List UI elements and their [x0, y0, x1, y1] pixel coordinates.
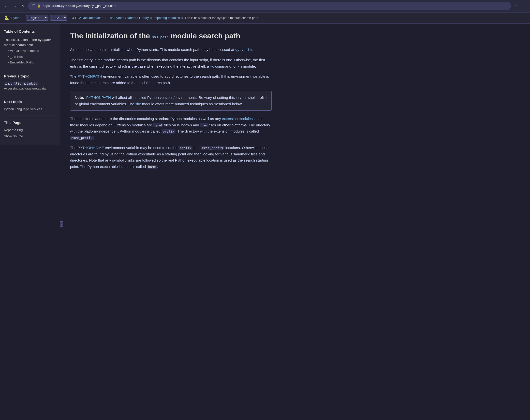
para5-pre: The — [70, 146, 77, 150]
breadcrumb-sep3: » — [105, 15, 106, 21]
browser-actions: ☆ ⋮ — [514, 2, 527, 10]
breadcrumb-stdlib[interactable]: The Python Standard Library — [108, 15, 149, 21]
main-content: The initialization of the sys.path modul… — [60, 24, 281, 419]
para5-mid2: and — [192, 146, 201, 150]
para1-text: A module search path is initialized when… — [70, 47, 235, 52]
browser-chrome: ← → ↻ 🛡 🔒 https://docs.python.org/3/libr… — [0, 0, 530, 13]
address-bar[interactable]: 🛡 🔒 https://docs.python.org/3/library/sy… — [28, 2, 511, 10]
toc-main-text2: module search path — [4, 43, 33, 47]
breadcrumb-python[interactable]: Python — [11, 15, 21, 21]
para4-mid2: files on Windows and — [163, 123, 200, 127]
breadcrumb-sep1: » — [23, 15, 24, 21]
url-path: /3/library/sys_path_init.html — [77, 4, 116, 8]
forward-button[interactable]: → — [11, 3, 18, 9]
para2-end: module. — [242, 64, 256, 68]
home-code: home — [147, 165, 157, 169]
pythonpath-link-2[interactable]: PYTHONPATH — [86, 95, 111, 100]
language-selector[interactable]: English French Japanese — [26, 15, 48, 21]
dash-m-link[interactable]: -m — [238, 64, 242, 68]
para5-end: . — [157, 165, 158, 169]
para2-mid: command, or — [214, 64, 238, 68]
site-link[interactable]: site — [135, 102, 141, 106]
url-protocol: https:// — [43, 4, 52, 8]
exec-prefix-code-2: exec_prefix — [201, 146, 224, 150]
nav-buttons: ← → ↻ — [3, 3, 26, 9]
title-pre: The initialization of the — [70, 32, 152, 40]
extension-modules-link[interactable]: extension modules — [222, 117, 253, 121]
para4-mid4: . The directory with the extension modul… — [176, 129, 259, 133]
pyd-code: .pyd — [153, 123, 163, 127]
lock-icon: 🔒 — [37, 4, 41, 8]
bookmark-button[interactable]: ☆ — [514, 2, 519, 10]
show-source-link[interactable]: Show Source — [4, 134, 56, 139]
sidebar-divider-3 — [4, 116, 56, 116]
paragraph-5: The PYTHONHOME environment variable may … — [70, 145, 272, 170]
shield-icon: 🛡 — [32, 3, 35, 9]
note-label: Note: — [75, 95, 84, 100]
breadcrumb-current: The initialization of the sys.path modul… — [185, 15, 258, 21]
toc-main-text1: The initialization of the — [4, 38, 38, 42]
para4-pre: The next items added are the directories… — [70, 117, 222, 121]
toc-sub-pth[interactable]: _pth files — [8, 54, 56, 60]
prefix-code: prefix — [162, 129, 176, 134]
sys-path-ref[interactable]: sys.path — [235, 48, 252, 52]
dash-c-link[interactable]: -c — [210, 64, 214, 68]
report-bug-link[interactable]: Report a Bug — [4, 128, 56, 133]
note-box: Note: PYTHONPATH will affect all install… — [70, 91, 272, 111]
pythonhome-link[interactable]: PYTHONHOME — [77, 146, 104, 150]
title-post: module search path — [169, 32, 240, 40]
toc-main-link[interactable]: The initialization of the sys.path modul… — [4, 37, 56, 47]
breadcrumb-bar: 🐍 Python » English French Japanese 3.12.… — [0, 13, 530, 24]
para3-pre: The — [70, 74, 77, 78]
back-button[interactable]: ← — [3, 3, 10, 9]
sidebar: Table of Contents The initialization of … — [0, 24, 60, 145]
para5-mid: environment variable may be used to set … — [104, 146, 179, 150]
sidebar-divider-1 — [4, 69, 56, 69]
breadcrumb-doc[interactable]: 3.12.2 Documentation — [72, 15, 103, 21]
sidebar-collapse-button[interactable]: « — [60, 221, 63, 227]
toc-title: Table of Contents — [4, 29, 56, 34]
toc-sub-list: Virtual environments _pth files Embedded… — [4, 48, 56, 65]
toc-sub-virtual[interactable]: Virtual environments — [8, 48, 56, 54]
toc-main-bold: sys.path — [38, 38, 51, 42]
prev-topic-link[interactable]: importlib.metadata – Accessing package m… — [4, 81, 56, 91]
sidebar-wrapper: Table of Contents The initialization of … — [0, 24, 60, 419]
prefix-code-2: prefix — [178, 146, 192, 150]
breadcrumb-sep4: » — [150, 15, 152, 21]
breadcrumb-sep5: » — [181, 15, 183, 21]
url-display: https://docs.python.org/3/library/sys_pa… — [43, 3, 116, 9]
breadcrumb-sep2: » — [69, 15, 71, 21]
breadcrumb-importing[interactable]: Importing Modules — [154, 15, 180, 21]
para4-end: . — [94, 135, 95, 140]
reload-button[interactable]: ↻ — [20, 3, 26, 9]
sys-path-link[interactable]: sys.path — [152, 35, 168, 39]
main-layout: Table of Contents The initialization of … — [0, 24, 530, 419]
note-text2: module offers more nuanced techniques as… — [141, 102, 243, 106]
python-logo: 🐍 — [4, 15, 9, 22]
prev-topic-title: Previous topic — [4, 73, 56, 79]
note-content: Note: PYTHONPATH will affect all install… — [75, 94, 267, 107]
paragraph-2: The first entry in the module search pat… — [70, 57, 272, 69]
paragraph-4: The next items added are the directories… — [70, 116, 272, 141]
page-title: The initialization of the sys.path modul… — [70, 31, 272, 41]
pythonpath-link-1[interactable]: PYTHONPATH — [77, 74, 102, 78]
next-topic-title: Next topic — [4, 99, 56, 105]
version-selector[interactable]: 3.12.2 3.11 3.10 — [50, 15, 67, 21]
toc-sub-embedded[interactable]: Embedded Python — [8, 60, 56, 65]
prev-topic-code: importlib.metadata — [4, 82, 38, 86]
next-topic-link[interactable]: Python Language Services — [4, 107, 56, 112]
exec-prefix-code: exec_prefix — [70, 136, 94, 140]
sidebar-divider-2 — [4, 95, 56, 95]
this-page-title: This Page — [4, 120, 56, 126]
para1-end: . — [252, 47, 253, 52]
url-domain: docs.python.org — [52, 4, 77, 8]
paragraph-3: The PYTHONPATH environment variable is o… — [70, 73, 272, 86]
so-code: .so — [200, 123, 208, 127]
menu-button[interactable]: ⋮ — [521, 2, 527, 10]
paragraph-1: A module search path is initialized when… — [70, 46, 272, 53]
